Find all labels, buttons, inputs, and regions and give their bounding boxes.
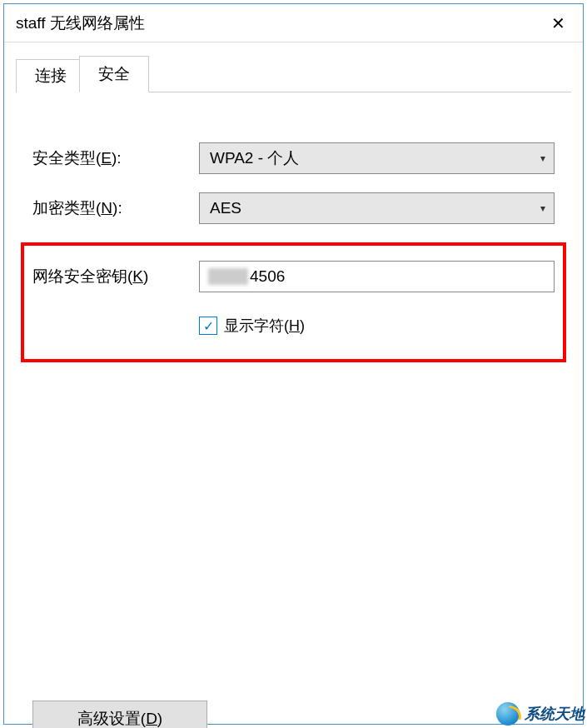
select-security-type[interactable]: WPA2 - 个人 ▾ xyxy=(199,142,555,174)
security-panel: 安全类型(E): WPA2 - 个人 ▾ 加密类型(N): AES ▾ 网络安全… xyxy=(4,92,583,362)
obscured-prefix xyxy=(208,268,248,285)
label-show-characters: 显示字符(H) xyxy=(224,316,305,336)
chevron-down-icon: ▾ xyxy=(540,202,545,214)
tabstrip: 连接 安全 xyxy=(16,56,571,92)
select-encryption-type[interactable]: AES ▾ xyxy=(199,192,555,224)
close-icon: ✕ xyxy=(551,13,565,33)
input-network-key[interactable]: 4506 xyxy=(199,261,555,292)
globe-icon xyxy=(496,702,520,726)
checkbox-show-characters[interactable]: ✓ xyxy=(199,317,217,335)
watermark: 系统天地 xyxy=(496,702,585,726)
advanced-settings-button[interactable]: 高级设置(D) xyxy=(32,701,207,728)
tab-security[interactable]: 安全 xyxy=(79,56,149,92)
row-encryption-type: 加密类型(N): AES ▾ xyxy=(32,192,555,224)
window-title: staff 无线网络属性 xyxy=(16,12,145,34)
row-security-type: 安全类型(E): WPA2 - 个人 ▾ xyxy=(32,142,555,174)
watermark-text: 系统天地 xyxy=(525,704,585,724)
label-network-key: 网络安全密钥(K) xyxy=(32,266,199,287)
highlight-box: 网络安全密钥(K) 4506 ✓ 显示字符(H) xyxy=(21,242,566,362)
close-button[interactable]: ✕ xyxy=(541,10,575,37)
select-encryption-type-value: AES xyxy=(210,199,241,217)
row-network-key: 网络安全密钥(K) 4506 xyxy=(32,261,555,292)
select-security-type-value: WPA2 - 个人 xyxy=(210,147,299,169)
wireless-properties-window: staff 无线网络属性 ✕ 连接 安全 安全类型(E): WPA2 - 个人 … xyxy=(3,3,584,725)
check-icon: ✓ xyxy=(203,318,214,334)
tab-connection[interactable]: 连接 xyxy=(16,59,86,92)
label-encryption-type: 加密类型(N): xyxy=(32,197,199,219)
row-show-characters: ✓ 显示字符(H) xyxy=(199,316,555,336)
chevron-down-icon: ▾ xyxy=(540,152,545,164)
network-key-visible: 4506 xyxy=(250,267,285,286)
label-security-type: 安全类型(E): xyxy=(32,147,199,169)
titlebar: staff 无线网络属性 ✕ xyxy=(4,4,583,42)
